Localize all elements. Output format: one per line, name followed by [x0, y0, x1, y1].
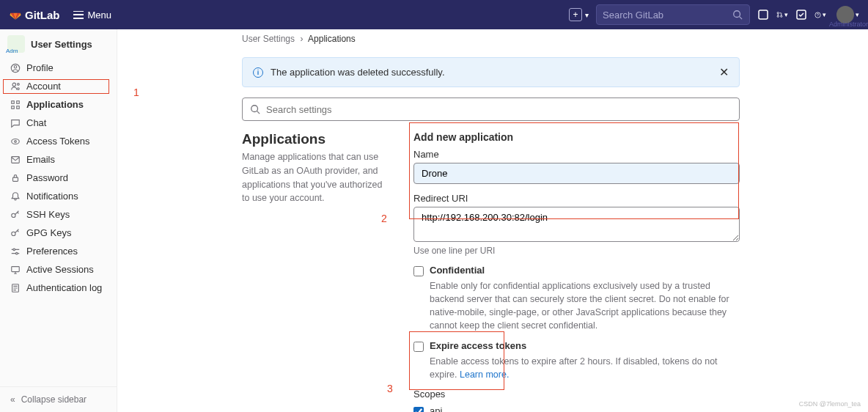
- svg-rect-19: [12, 156, 20, 163]
- menu-label: Menu: [88, 10, 112, 21]
- sidebar-item-label: Access Tokens: [26, 136, 89, 147]
- sidebar-item-label: Authentication log: [26, 282, 102, 293]
- name-input[interactable]: [413, 163, 740, 184]
- svg-point-11: [18, 83, 20, 85]
- confidential-checkbox[interactable]: [413, 266, 424, 276]
- gitlab-logo[interactable]: GitLab: [9, 8, 60, 21]
- info-icon: i: [253, 67, 263, 78]
- chevrons-left-icon: «: [10, 394, 15, 405]
- brand-text: GitLab: [25, 9, 60, 21]
- svg-point-22: [12, 232, 15, 235]
- content: User Settings › Applications i The appli…: [117, 29, 868, 412]
- search-input[interactable]: [603, 10, 732, 21]
- chevron-right-icon: ›: [300, 34, 303, 44]
- sidebar-item-gpg-keys[interactable]: GPG Keys: [0, 224, 117, 242]
- todos-icon[interactable]: [795, 9, 807, 21]
- sidebar-item-auth-log[interactable]: Authentication log: [0, 279, 117, 297]
- sidebar-item-chat[interactable]: Chat: [0, 114, 117, 132]
- chevron-down-icon: ▾: [856, 11, 859, 18]
- scopes-label: Scopes: [413, 389, 740, 400]
- sidebar-item-label: Emails: [26, 154, 55, 165]
- menu-button[interactable]: Menu: [73, 10, 112, 21]
- help-icon[interactable]: ▾: [814, 9, 826, 21]
- page-description: Manage applications that can use GitLab …: [242, 150, 390, 205]
- svg-rect-14: [17, 100, 20, 103]
- sidebar-item-label: Active Sessions: [26, 264, 94, 275]
- scope-api-checkbox[interactable]: [413, 407, 424, 412]
- sidebar-item-label: Password: [26, 172, 68, 183]
- flash-text: The application was deleted successfully…: [271, 67, 445, 78]
- svg-line-1: [740, 17, 743, 20]
- chevron-down-icon: ▾: [784, 11, 788, 18]
- sidebar-item-label: Notifications: [26, 191, 78, 202]
- svg-point-18: [15, 140, 17, 142]
- name-label: Name: [413, 149, 740, 160]
- collapse-sidebar[interactable]: « Collapse sidebar: [0, 386, 117, 412]
- svg-point-21: [12, 213, 15, 217]
- top-nav: GitLab Menu + ▾ ▾ ▾: [0, 0, 868, 29]
- redirect-hint: Use one line per URI: [413, 246, 740, 256]
- hamburger-icon: [73, 11, 84, 19]
- sidebar-item-notifications[interactable]: Notifications: [0, 187, 117, 205]
- sidebar-nav: Profile Account Applications Chat Access…: [0, 57, 117, 298]
- svg-point-4: [777, 15, 779, 17]
- search-icon: [250, 104, 260, 114]
- tanuki-icon: [9, 8, 22, 21]
- sidebar-item-access-tokens[interactable]: Access Tokens: [0, 132, 117, 150]
- merge-requests-icon[interactable]: ▾: [776, 9, 788, 21]
- scope-api-label: api: [430, 405, 442, 412]
- svg-rect-2: [759, 10, 768, 19]
- new-menu[interactable]: + ▾: [569, 8, 589, 21]
- account-icon: [10, 81, 21, 92]
- settings-search[interactable]: [242, 98, 740, 121]
- sidebar-item-applications[interactable]: Applications: [0, 95, 117, 114]
- svg-point-9: [14, 65, 17, 68]
- sidebar-item-label: Preferences: [26, 246, 78, 257]
- preferences-icon: [10, 246, 21, 257]
- sidebar-item-label: Chat: [26, 117, 46, 128]
- svg-line-28: [257, 111, 260, 114]
- sidebar: Adm User Settings Profile Account Applic…: [0, 29, 117, 412]
- authlog-icon: [10, 283, 21, 293]
- breadcrumb-parent[interactable]: User Settings: [242, 34, 295, 44]
- expire-tokens-checkbox[interactable]: [413, 342, 424, 352]
- sidebar-item-active-sessions[interactable]: Active Sessions: [0, 260, 117, 279]
- confidential-label: Confidential: [430, 265, 485, 276]
- svg-point-10: [12, 83, 15, 86]
- sidebar-item-password[interactable]: Password: [0, 169, 117, 187]
- sidebar-item-profile[interactable]: Profile: [0, 59, 117, 77]
- applications-icon: [10, 100, 21, 110]
- sidebar-item-label: Account: [26, 81, 61, 92]
- sidebar-item-label: Applications: [26, 99, 84, 110]
- search-icon: [732, 9, 743, 21]
- chat-icon: [10, 118, 21, 128]
- learn-more-link[interactable]: Learn more.: [460, 369, 509, 380]
- nav-right: + ▾ ▾ ▾ ▾: [569, 4, 859, 25]
- profile-icon: [10, 63, 21, 73]
- sidebar-header[interactable]: Adm User Settings: [0, 29, 117, 57]
- svg-point-12: [18, 87, 20, 89]
- collapse-label: Collapse sidebar: [21, 394, 87, 405]
- flash-message: i The application was deleted successful…: [242, 57, 740, 87]
- global-search[interactable]: [596, 4, 750, 25]
- sessions-icon: [10, 265, 21, 275]
- sidebar-item-label: Profile: [26, 62, 54, 73]
- sidebar-item-emails[interactable]: Emails: [0, 150, 117, 169]
- sidebar-item-account[interactable]: Account: [0, 77, 117, 95]
- svg-point-5: [781, 15, 782, 17]
- form-heading: Add new application: [413, 131, 740, 143]
- settings-search-input[interactable]: [266, 104, 732, 115]
- svg-point-24: [15, 252, 18, 254]
- svg-point-17: [12, 139, 20, 144]
- token-icon: [10, 136, 21, 147]
- password-icon: [10, 173, 21, 183]
- sidebar-item-ssh-keys[interactable]: SSH Keys: [0, 205, 117, 224]
- sidebar-item-preferences[interactable]: Preferences: [0, 242, 117, 260]
- redirect-label: Redirect URI: [413, 193, 740, 204]
- issues-icon[interactable]: [757, 9, 769, 21]
- redirect-uri-input[interactable]: [413, 207, 740, 242]
- svg-rect-13: [12, 100, 15, 103]
- sidebar-item-label: GPG Keys: [26, 227, 71, 238]
- close-icon[interactable]: ✕: [719, 65, 729, 79]
- svg-point-27: [251, 106, 258, 112]
